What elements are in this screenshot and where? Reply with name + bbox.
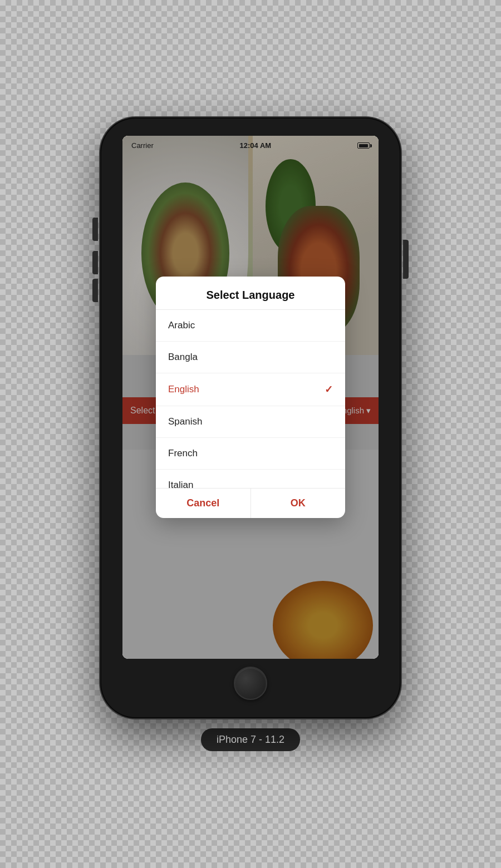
modal-title: Select Language (207, 289, 295, 301)
modal-overlay: Select Language Arabic Bangla English (122, 136, 379, 659)
language-name-bangla: Bangla (168, 352, 198, 363)
language-item-italian[interactable]: Italian (156, 470, 345, 488)
device-label: iPhone 7 - 11.2 (201, 728, 300, 751)
app-background: Carrier 12:04 AM C E Select English (122, 136, 379, 659)
language-item-spanish[interactable]: Spanish (156, 406, 345, 438)
language-name-english: English (168, 384, 199, 395)
home-button[interactable] (234, 667, 267, 700)
modal-header: Select Language (156, 277, 345, 310)
language-modal: Select Language Arabic Bangla English (156, 277, 345, 518)
language-item-bangla[interactable]: Bangla (156, 342, 345, 373)
language-list: Arabic Bangla English ✓ Spanish (156, 310, 345, 488)
language-item-french[interactable]: French (156, 438, 345, 470)
language-name-french: French (168, 448, 198, 459)
screen: Carrier 12:04 AM C E Select English (122, 136, 379, 659)
language-name-italian: Italian (168, 480, 193, 488)
cancel-button[interactable]: Cancel (156, 489, 251, 518)
phone-body: Carrier 12:04 AM C E Select English (100, 117, 401, 718)
language-item-arabic[interactable]: Arabic (156, 310, 345, 342)
phone-wrapper: Carrier 12:04 AM C E Select English (100, 117, 401, 751)
selected-checkmark-icon: ✓ (325, 383, 333, 396)
ok-button[interactable]: OK (251, 489, 346, 518)
modal-footer: Cancel OK (156, 488, 345, 518)
language-name-arabic: Arabic (168, 320, 195, 331)
language-name-spanish: Spanish (168, 416, 202, 427)
language-item-english[interactable]: English ✓ (156, 373, 345, 406)
